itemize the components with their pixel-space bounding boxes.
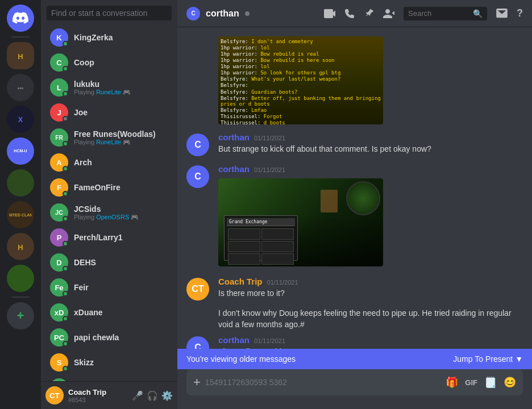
dm-item-feir[interactable]: Fe Feir: [45, 275, 173, 300]
chat-input[interactable]: [205, 372, 441, 393]
gif-icon[interactable]: GIF: [465, 378, 477, 387]
game-screenshot-2-wrap[interactable]: Grand Exchange: [218, 178, 383, 266]
dm-item-harryy[interactable]: H Harryy Playing RuneLite 🎮: [45, 375, 173, 381]
status-dot-coop: [63, 66, 68, 72]
server-icon-5[interactable]: [7, 169, 34, 197]
dm-info-jcsids: JCSids Playing OpenOSRS 🎮: [74, 204, 168, 221]
msg-avatar-coachtrip-1[interactable]: CT: [186, 278, 209, 301]
dm-info-lukuku: lukuku Playing RuneLite 🎮: [74, 80, 168, 96]
server-divider: [11, 36, 30, 37]
dm-item-joe[interactable]: J Joe: [45, 100, 173, 125]
status-dot-feir: [63, 291, 68, 297]
dm-sub-freerunes: Playing RuneLite 🎮: [74, 139, 168, 146]
svg-text:UNITED CLANS: UNITED CLANS: [9, 213, 32, 217]
dm-list: K KingZerka C Coop L lukuku Playing Rune…: [41, 25, 177, 381]
dm-item-lukuku[interactable]: L lukuku Playing RuneLite 🎮: [45, 75, 173, 100]
status-dot-jcsids: [63, 216, 68, 222]
dm-item-papi[interactable]: PC papi chewla: [45, 325, 173, 350]
msg-timestamp-coachtrip-1: 01/11/2021: [267, 279, 298, 286]
status-dot-xduane: [63, 316, 68, 322]
dm-name-lukuku: lukuku: [74, 80, 168, 89]
discord-home-button[interactable]: [7, 5, 34, 32]
dm-name-perch: Perch/Larry1: [74, 233, 168, 242]
deafen-icon[interactable]: 🎧: [147, 390, 158, 401]
dm-info-coop: Coop: [74, 58, 168, 67]
dm-item-xduane[interactable]: xD xDuane: [45, 300, 173, 325]
chat-recipient-name: corthan: [206, 9, 239, 19]
dm-item-arch[interactable]: A Arch: [45, 150, 173, 175]
svg-text:X: X: [18, 116, 23, 124]
dm-info-kingzerka: KingZerka: [74, 33, 168, 42]
svg-point-8: [9, 172, 32, 194]
add-friend-icon[interactable]: [383, 9, 394, 18]
help-icon[interactable]: ?: [517, 7, 523, 19]
older-messages-text: You're viewing older messages: [186, 354, 296, 364]
mute-icon[interactable]: 🎤: [132, 390, 143, 401]
dm-item-coop[interactable]: C Coop: [45, 50, 173, 75]
jump-to-present-button[interactable]: Jump To Present ▼: [453, 354, 523, 364]
settings-icon[interactable]: ⚙️: [161, 390, 173, 401]
dm-item-skizz[interactable]: S Skizz: [45, 350, 173, 375]
dm-name-harryy: Harryy: [74, 379, 168, 382]
dm-name-coop: Coop: [74, 58, 168, 67]
add-server-button[interactable]: +: [7, 302, 34, 329]
emoji-icon[interactable]: 😊: [504, 376, 516, 389]
status-dot-perch: [63, 241, 68, 247]
server-icon-6[interactable]: UNITED CLANS: [7, 201, 34, 228]
message-group-corthan-2: C corthan 01/11/2021 Grand Exchange: [186, 162, 523, 271]
msg-continuation-coachtrip-1: I don't know why Doug keeps feeling the …: [186, 306, 523, 332]
status-dot-kingzerka: [63, 41, 68, 47]
message-group-corthan-3: C corthan 01/11/2021 That's all I saw tb…: [186, 333, 523, 349]
dm-info-harryy: Harryy Playing RuneLite 🎮: [74, 379, 168, 382]
chat-header: C corthan 🔍 ?: [177, 0, 532, 27]
dm-info-arch: Arch: [74, 158, 168, 167]
server-icon-heroic1[interactable]: H: [7, 42, 34, 69]
dm-item-perch[interactable]: P Perch/Larry1: [45, 225, 173, 250]
dm-info-freerunes: Free Runes(Woodlas) Playing RuneLite 🎮: [74, 130, 168, 146]
msg-header-corthan-1: corthan 01/11/2021: [218, 132, 523, 142]
dm-sidebar: K KingZerka C Coop L lukuku Playing Rune…: [41, 0, 177, 409]
status-dot-papi: [63, 341, 68, 347]
status-dot-freerunes: [63, 141, 68, 147]
dm-item-fameonfire[interactable]: F FameOnFire: [45, 175, 173, 200]
message-group-corthan-1: C corthan 01/11/2021 But strange to kick…: [186, 130, 523, 158]
gift-icon[interactable]: 🎁: [446, 376, 458, 389]
search-icon: 🔍: [473, 9, 483, 18]
chat-input-wrap: + 🎁 GIF 🗒️ 😊: [186, 369, 523, 395]
dm-item-kingzerka[interactable]: K KingZerka: [45, 25, 173, 50]
msg-author-coachtrip-1: Coach Trip: [218, 277, 263, 286]
chat-image-runescape-text: Belsfyre: I don't and cemetery 1hp warri…: [218, 36, 523, 124]
message-group-coachtrip-1: CT Coach Trip 01/11/2021 Is there more t…: [186, 274, 523, 303]
server-icon-hcmu[interactable]: HCM-U: [7, 137, 34, 165]
attach-icon[interactable]: +: [193, 369, 201, 395]
dm-name-arch: Arch: [74, 158, 168, 167]
phone-call-icon[interactable]: [344, 9, 355, 19]
msg-header-corthan-3: corthan 01/11/2021: [218, 335, 523, 345]
pin-icon[interactable]: [364, 9, 374, 19]
inbox-icon[interactable]: [496, 9, 508, 19]
dm-item-jcsids[interactable]: JC JCSids Playing OpenOSRS 🎮: [45, 200, 173, 225]
dm-item-freerunes[interactable]: FR Free Runes(Woodlas) Playing RuneLite …: [45, 125, 173, 150]
msg-avatar-corthan-1[interactable]: C: [186, 133, 209, 156]
chat-search-input[interactable]: [408, 9, 471, 18]
server-icon-8[interactable]: [7, 265, 34, 292]
msg-author-corthan-2: corthan: [218, 164, 250, 174]
server-divider-2: [11, 297, 30, 298]
game-screenshot-1[interactable]: Belsfyre: I don't and cemetery 1hp warri…: [218, 36, 383, 124]
server-icon-3[interactable]: X: [7, 106, 34, 133]
dm-item-dehs[interactable]: D DEHS: [45, 250, 173, 275]
msg-content-corthan-3: corthan 01/11/2021 That's all I saw tbh: [218, 335, 523, 349]
svg-text:H: H: [18, 52, 23, 61]
msg-avatar-corthan-3[interactable]: C: [186, 336, 209, 349]
sticker-icon[interactable]: 🗒️: [484, 376, 497, 389]
chat-input-area: + 🎁 GIF 🗒️ 😊: [177, 369, 532, 409]
msg-avatar-corthan-2[interactable]: C: [186, 165, 209, 188]
server-icon-heroic2[interactable]: H: [7, 233, 34, 260]
video-call-icon[interactable]: [324, 9, 335, 18]
dm-search-input[interactable]: [47, 6, 172, 20]
chat-header-icons: 🔍 ?: [324, 7, 523, 20]
server-icon-2[interactable]: •••: [7, 74, 34, 101]
game-minimap: [346, 181, 380, 215]
dm-info-papi: papi chewla: [74, 333, 168, 342]
dm-name-feir: Feir: [74, 283, 168, 292]
